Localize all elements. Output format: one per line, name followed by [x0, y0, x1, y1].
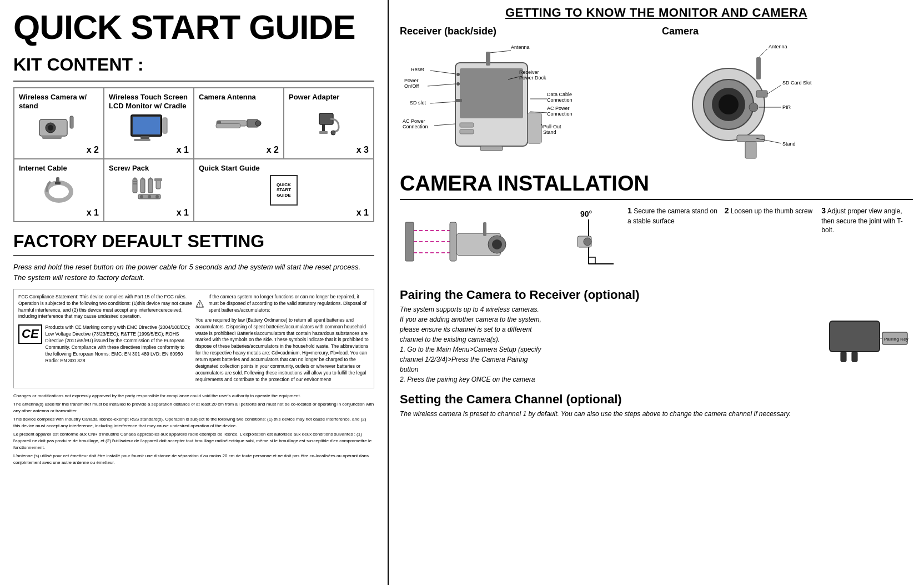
- svg-rect-43: [460, 123, 474, 127]
- svg-rect-108: [841, 352, 846, 362]
- svg-text:Connection: Connection: [547, 111, 573, 117]
- kit-item-count-screw-pack: x 1: [177, 208, 189, 218]
- svg-rect-100: [483, 222, 486, 236]
- svg-point-99: [492, 239, 502, 249]
- svg-rect-92: [405, 222, 414, 261]
- svg-rect-109: [852, 352, 857, 362]
- right-panel: GETTING TO KNOW THE MONITOR AND CAMERA R…: [389, 0, 924, 585]
- right-top-title: GETTING TO KNOW THE MONITOR AND CAMERA: [400, 6, 913, 20]
- kit-item-label-power-adapter: Power Adapter: [289, 93, 339, 102]
- channel-section: Setting the Camera Channel (optional) Th…: [400, 392, 913, 419]
- kit-item-label-internet-cable: Internet Cable: [19, 164, 67, 173]
- kit-item-lcd-monitor: Wireless Touch Screen LCD Monitor w/ Cra…: [104, 88, 194, 159]
- svg-rect-96: [450, 222, 456, 261]
- install-divider: [400, 199, 913, 200]
- compliance-footer: Changes or modifications not expressly a…: [13, 393, 374, 466]
- svg-point-34: [148, 195, 151, 198]
- channel-text: The wireless camera is preset to channel…: [400, 409, 913, 419]
- pairing-line-6: button: [400, 364, 818, 374]
- pairing-img: Pairing Key: [824, 304, 913, 368]
- receiver-label: Receiver (back/side): [400, 26, 651, 37]
- svg-rect-4: [42, 136, 62, 139]
- camera-install-title: CAMERA INSTALLATION: [400, 172, 913, 196]
- svg-point-33: [140, 195, 143, 198]
- pairing-line-7: 2. Press the pairing key ONCE on the cam…: [400, 374, 818, 384]
- kit-item-count-quick-start-guide: x 1: [356, 208, 369, 218]
- compliance-right: If the camera system no longer functions…: [195, 294, 369, 383]
- svg-rect-42: [460, 68, 523, 118]
- svg-text:Antenna: Antenna: [511, 44, 530, 50]
- kit-item-count-power-adapter: x 3: [356, 145, 369, 155]
- svg-text:Stand: Stand: [782, 141, 796, 147]
- svg-point-18: [331, 131, 335, 135]
- install-step-1: 1 Secure the camera stand on a stable su…: [627, 206, 719, 226]
- svg-line-51: [430, 71, 455, 74]
- svg-text:PIR: PIR: [782, 104, 791, 110]
- svg-rect-81: [756, 57, 761, 79]
- footer-line-2: The antenna(s) used for this transmitter…: [13, 401, 374, 414]
- svg-point-105: [584, 238, 591, 246]
- factory-description: Press and hold the reset button on the p…: [13, 262, 374, 283]
- pairing-line-0: The system supports up to 4 wireless cam…: [400, 304, 818, 314]
- factory-title: FACTORY DEFAULT SETTING: [13, 231, 374, 252]
- svg-rect-31: [154, 178, 162, 181]
- compliance-left: FCC Compliance Statement: This device co…: [18, 294, 192, 383]
- pairing-line-3: channel to the existing camera(s).: [400, 334, 818, 344]
- svg-line-62: [434, 124, 455, 126]
- svg-rect-14: [216, 123, 240, 128]
- svg-rect-3: [70, 116, 73, 128]
- svg-text:Power Dock: Power Dock: [519, 75, 546, 81]
- compliance-box: FCC Compliance Statement: This device co…: [13, 289, 374, 388]
- lcd-monitor-icon: [128, 112, 170, 143]
- left-panel: QUICK START GUIDE KIT CONTENT : Wireless…: [0, 0, 389, 585]
- svg-line-58: [430, 102, 455, 103]
- svg-text:AC Power: AC Power: [403, 118, 425, 124]
- pairing-line-5: channel 1/2/3/4)>Press the Camera Pairin…: [400, 354, 818, 364]
- svg-text:Connection: Connection: [403, 124, 428, 129]
- step-3-text: Adjust proper view angle, then secure th…: [821, 207, 903, 234]
- svg-line-85: [767, 85, 781, 94]
- kit-item-camera-antenna: Camera Antenna x 2: [194, 88, 284, 159]
- footer-line-5: L'antenne (s) utilisé pour cet émetteur …: [13, 453, 374, 466]
- install-steps: 90° 1 Secure the camera stand on a stabl…: [400, 206, 913, 278]
- svg-point-56: [456, 82, 460, 86]
- svg-point-2: [48, 125, 53, 131]
- kit-item-img-lcd-monitor: [109, 112, 189, 143]
- kit-item-img-internet-cable: [19, 175, 99, 206]
- kit-grid: Wireless Camera w/ stand x 2 Wireless To…: [13, 87, 374, 222]
- svg-text:Data Cable: Data Cable: [547, 92, 572, 97]
- guide-shape: QUICKSTARTGUIDE: [270, 175, 298, 206]
- svg-rect-16: [322, 124, 325, 131]
- kit-item-label-camera-antenna: Camera Antenna: [199, 93, 256, 102]
- svg-text:AC Power: AC Power: [547, 106, 570, 111]
- svg-text:SD Card Slot: SD Card Slot: [782, 80, 812, 86]
- kit-item-label-quick-start-guide: Quick Start Guide: [199, 164, 260, 173]
- install-step-2: 2 Loosen up the thumb screw: [725, 206, 816, 217]
- footer-line-3: This device complies with Industry Canad…: [13, 416, 374, 429]
- kit-item-img-wireless-camera: [19, 112, 99, 143]
- camera-svg: Antenna SD Card Slot PIR Stand: [662, 41, 817, 163]
- svg-point-87: [749, 103, 758, 112]
- angle-diagram-svg: 90°: [561, 208, 616, 275]
- pairing-line-1: If you are adding another camera to the …: [400, 314, 818, 324]
- camera-diagrams: Receiver (back/side) Antenna Re: [400, 26, 913, 163]
- svg-rect-6: [133, 117, 160, 134]
- svg-rect-22: [133, 179, 137, 193]
- svg-rect-44: [460, 129, 474, 134]
- footer-line-4: Le présent appareil est conforme aux CNR…: [13, 431, 374, 451]
- svg-text:Power: Power: [404, 78, 419, 83]
- screw-pack-icon: [128, 176, 170, 204]
- factory-divider: [13, 255, 374, 256]
- svg-text:Receiver: Receiver: [519, 69, 539, 75]
- camera-diagram: Camera Antenna SD Card Slot: [662, 26, 913, 163]
- svg-point-19: [47, 183, 71, 201]
- pairing-title: Pairing the Camera to Receiver (optional…: [400, 288, 913, 302]
- pairing-content: The system supports up to 4 wireless cam…: [400, 304, 913, 384]
- channel-title: Setting the Camera Channel (optional): [400, 392, 913, 407]
- svg-rect-21: [55, 182, 61, 184]
- kit-item-img-screw-pack: [109, 175, 189, 206]
- svg-line-55: [428, 84, 455, 86]
- disposal-icon: [195, 294, 204, 314]
- disposal-text: If the camera system no longer functions…: [209, 294, 369, 314]
- svg-rect-46: [528, 113, 541, 143]
